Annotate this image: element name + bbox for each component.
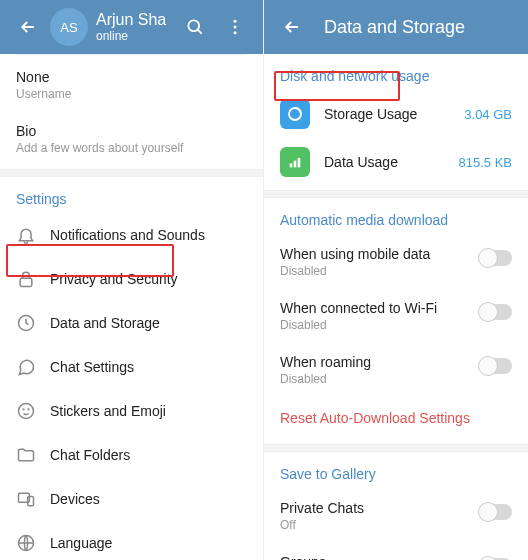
settings-item-label: Data and Storage [50, 315, 247, 331]
svg-point-2 [234, 26, 237, 29]
username-row[interactable]: None Username [0, 57, 263, 111]
bio-row[interactable]: Bio Add a few words about yourself [0, 111, 263, 165]
profile-name: Arjun Sha [96, 10, 175, 29]
settings-item-label: Notifications and Sounds [50, 227, 247, 243]
settings-item-label: Chat Folders [50, 447, 247, 463]
setting-sub: Disabled [280, 264, 480, 278]
data-usage-label: Data Usage [324, 154, 459, 170]
lock-icon [16, 269, 36, 289]
divider [264, 444, 528, 452]
toggle-switch[interactable] [480, 358, 512, 374]
setting-label: When connected to Wi-Fi [280, 300, 480, 316]
setting-label: When using mobile data [280, 246, 480, 262]
profile-header: AS Arjun Sha online [0, 0, 263, 54]
settings-item-devices[interactable]: Devices [0, 477, 263, 521]
settings-item-data-storage[interactable]: Data and Storage [0, 301, 263, 345]
username-value: None [16, 69, 247, 85]
search-button[interactable] [175, 7, 215, 47]
setting-label: Private Chats [280, 500, 480, 516]
bio-label: Bio [16, 123, 247, 139]
settings-section-header: Settings [0, 177, 263, 213]
svg-point-7 [23, 409, 24, 410]
svg-rect-4 [20, 278, 32, 286]
back-button[interactable] [272, 7, 312, 47]
setting-sub: Disabled [280, 372, 480, 386]
profile-status: online [96, 29, 175, 43]
data-usage-row[interactable]: Data Usage 815.5 KB [264, 138, 528, 186]
back-arrow-icon [282, 17, 302, 37]
svg-point-1 [234, 20, 237, 23]
divider [264, 190, 528, 198]
back-arrow-icon [18, 17, 38, 37]
gallery-section-header: Save to Gallery [264, 452, 528, 488]
divider [0, 169, 263, 177]
settings-item-label: Privacy and Security [50, 271, 247, 287]
database-icon [16, 313, 36, 333]
storage-icon [280, 99, 310, 129]
toggle-switch[interactable] [480, 304, 512, 320]
bell-icon [16, 225, 36, 245]
svg-rect-15 [298, 158, 301, 167]
data-storage-panel: Data and Storage Disk and network usage … [264, 0, 528, 560]
folder-icon [16, 445, 36, 465]
data-usage-value: 815.5 KB [459, 155, 513, 170]
page-title: Data and Storage [324, 17, 465, 38]
chat-icon [16, 357, 36, 377]
settings-item-stickers[interactable]: Stickers and Emoji [0, 389, 263, 433]
settings-item-label: Devices [50, 491, 247, 507]
page-header: Data and Storage [264, 0, 528, 54]
gallery-private-row[interactable]: Private Chats Off [264, 488, 528, 542]
auto-wifi-row[interactable]: When connected to Wi-Fi Disabled [264, 288, 528, 342]
svg-point-0 [188, 20, 199, 31]
avatar[interactable]: AS [50, 8, 88, 46]
storage-usage-label: Storage Usage [324, 106, 464, 122]
auto-download-header: Automatic media download [264, 198, 528, 234]
svg-point-8 [28, 409, 29, 410]
reset-auto-download-button[interactable]: Reset Auto-Download Settings [264, 396, 528, 440]
setting-label: Groups [280, 554, 480, 560]
settings-panel: AS Arjun Sha online None Username Bio Ad… [0, 0, 264, 560]
more-button[interactable] [215, 7, 255, 47]
settings-item-notifications[interactable]: Notifications and Sounds [0, 213, 263, 257]
storage-usage-value: 3.04 GB [464, 107, 512, 122]
back-button[interactable] [8, 7, 48, 47]
svg-point-3 [234, 31, 237, 34]
setting-sub: Off [280, 518, 480, 532]
data-icon [280, 147, 310, 177]
disk-section-header: Disk and network usage [264, 54, 528, 90]
gallery-groups-row[interactable]: Groups Off [264, 542, 528, 560]
bio-caption: Add a few words about yourself [16, 141, 247, 155]
settings-item-language[interactable]: Language [0, 521, 263, 560]
setting-label: When roaming [280, 354, 480, 370]
storage-usage-row[interactable]: Storage Usage 3.04 GB [264, 90, 528, 138]
settings-item-label: Language [50, 535, 247, 551]
svg-rect-10 [28, 497, 34, 506]
more-vertical-icon [225, 17, 245, 37]
svg-point-6 [19, 404, 34, 419]
settings-item-folders[interactable]: Chat Folders [0, 433, 263, 477]
devices-icon [16, 489, 36, 509]
settings-item-label: Stickers and Emoji [50, 403, 247, 419]
toggle-switch[interactable] [480, 504, 512, 520]
svg-rect-14 [294, 161, 297, 168]
sticker-icon [16, 401, 36, 421]
settings-item-chat[interactable]: Chat Settings [0, 345, 263, 389]
auto-mobile-row[interactable]: When using mobile data Disabled [264, 234, 528, 288]
search-icon [185, 17, 205, 37]
auto-roaming-row[interactable]: When roaming Disabled [264, 342, 528, 396]
globe-icon [16, 533, 36, 553]
svg-rect-13 [290, 163, 293, 167]
settings-item-privacy[interactable]: Privacy and Security [0, 257, 263, 301]
settings-item-label: Chat Settings [50, 359, 247, 375]
username-caption: Username [16, 87, 247, 101]
setting-sub: Disabled [280, 318, 480, 332]
toggle-switch[interactable] [480, 250, 512, 266]
